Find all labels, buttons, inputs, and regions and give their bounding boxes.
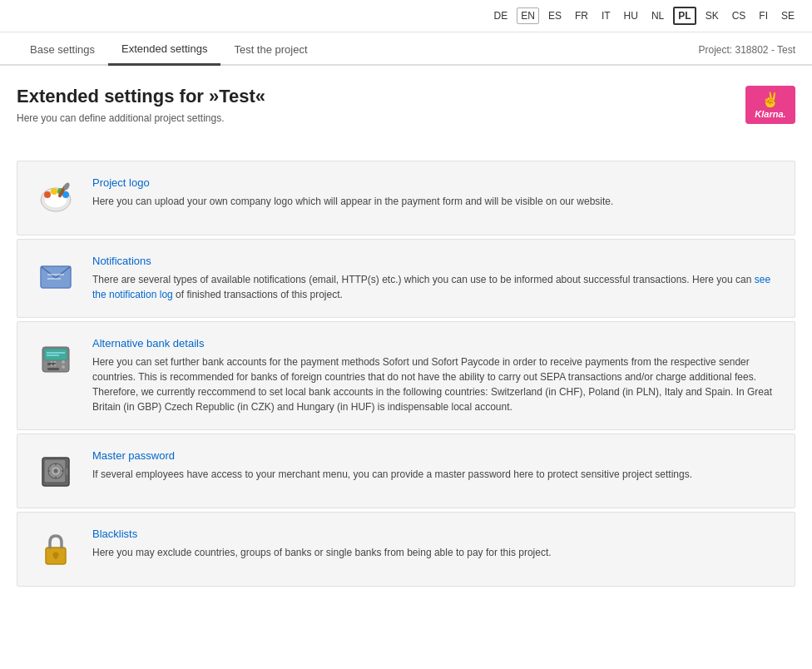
setting-card-blacklists: Blacklists Here you may exclude countrie…	[17, 512, 795, 587]
page-subtitle: Here you can define additional project s…	[17, 112, 265, 124]
svg-rect-19	[47, 368, 59, 370]
svg-point-20	[51, 361, 52, 363]
notification-log-link[interactable]: see the notification log	[92, 274, 770, 300]
lang-pl[interactable]: PL	[673, 7, 696, 25]
setting-card-bank-details: Alternative bank details Here you can se…	[17, 321, 795, 430]
tab-extended-settings[interactable]: Extended settings	[108, 32, 220, 66]
page-header: Extended settings for »Test« Here you ca…	[17, 86, 265, 144]
master-password-link[interactable]: Master password	[92, 449, 175, 462]
svg-rect-29	[65, 468, 68, 476]
settings-list: Project logo Here you can upload your ow…	[17, 161, 795, 587]
project-logo-icon	[34, 176, 77, 220]
svg-point-22	[51, 364, 52, 366]
bank-details-link[interactable]: Alternative bank details	[92, 337, 204, 349]
master-password-desc: If several employees have access to your…	[92, 467, 778, 482]
lang-fi[interactable]: FI	[755, 7, 772, 24]
svg-point-28	[54, 469, 58, 473]
notifications-icon	[34, 255, 77, 298]
header-row: Extended settings for »Test« Here you ca…	[17, 86, 795, 144]
blacklists-link[interactable]: Blacklists	[92, 528, 137, 540]
tab-test-project[interactable]: Test the project	[220, 33, 320, 66]
notifications-body: Notifications There are several types of…	[92, 255, 778, 302]
project-logo-body: Project logo Here you can upload your ow…	[92, 176, 778, 209]
project-label: Project: 318802 - Test	[698, 44, 795, 56]
klarna-button[interactable]: ✌ Klarna.	[745, 86, 795, 124]
bank-details-icon	[34, 337, 77, 380]
svg-rect-36	[55, 555, 57, 559]
setting-card-master-password: Master password If several employees hav…	[17, 434, 795, 508]
lang-fr[interactable]: FR	[571, 7, 592, 24]
lang-cs[interactable]: CS	[728, 7, 750, 24]
tab-base-settings[interactable]: Base settings	[17, 33, 108, 66]
tabs-container: Base settings Extended settings Test the…	[0, 32, 812, 66]
lang-it[interactable]: IT	[597, 7, 615, 24]
lang-sk[interactable]: SK	[701, 7, 723, 24]
lang-en[interactable]: EN	[517, 7, 539, 24]
project-logo-desc: Here you can upload your own company log…	[92, 194, 778, 209]
notifications-link[interactable]: Notifications	[92, 255, 151, 267]
svg-point-23	[54, 364, 56, 366]
svg-point-3	[51, 188, 57, 195]
blacklists-icon	[34, 528, 77, 571]
klarna-label: Klarna.	[755, 109, 785, 119]
setting-card-notifications: Notifications There are several types of…	[17, 239, 795, 318]
lang-de[interactable]: DE	[490, 7, 512, 24]
svg-point-17	[62, 360, 65, 364]
setting-card-project-logo: Project logo Here you can upload your ow…	[17, 161, 795, 235]
blacklists-desc: Here you may exclude countries, groups o…	[92, 545, 778, 560]
lang-nl[interactable]: NL	[647, 7, 668, 24]
project-logo-link[interactable]: Project logo	[92, 176, 150, 189]
bank-details-desc: Here you can set further bank accounts f…	[92, 354, 778, 414]
lang-hu[interactable]: HU	[620, 7, 642, 24]
notifications-desc: There are several types of available not…	[92, 272, 778, 302]
bank-details-body: Alternative bank details Here you can se…	[92, 337, 778, 414]
klarna-icon: ✌	[761, 91, 780, 109]
svg-point-2	[44, 191, 51, 198]
page-title: Extended settings for »Test«	[17, 86, 265, 107]
blacklists-body: Blacklists Here you may exclude countrie…	[92, 528, 778, 560]
svg-rect-13	[44, 349, 67, 360]
master-password-body: Master password If several employees hav…	[92, 449, 778, 482]
language-bar: DE EN ES FR IT HU NL PL SK CS FI SE	[0, 0, 812, 32]
main-content: Extended settings for »Test« Here you ca…	[0, 66, 812, 607]
master-password-icon	[34, 449, 77, 493]
svg-point-18	[62, 365, 65, 369]
lang-es[interactable]: ES	[544, 7, 566, 24]
svg-point-21	[54, 361, 56, 363]
lang-se[interactable]: SE	[777, 7, 799, 24]
